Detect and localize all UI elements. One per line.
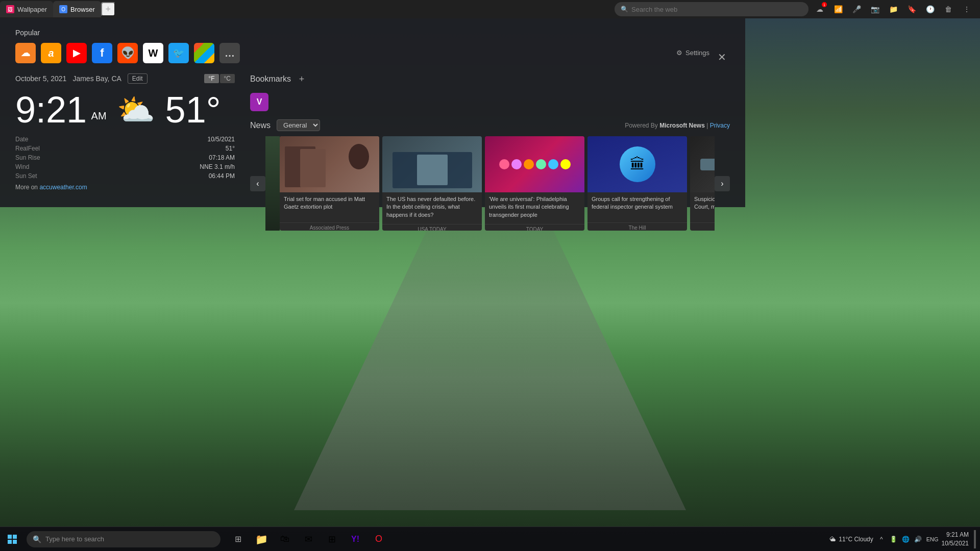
popular-facebook[interactable]: f — [92, 43, 112, 63]
new-tab-button[interactable]: + — [101, 2, 115, 16]
settings-link[interactable]: ⚙ Settings — [676, 49, 709, 57]
taskbar-date: 10/5/2021 — [942, 539, 969, 548]
tab-wallpaper[interactable]: 🖼 Wallpaper — [0, 1, 53, 17]
popular-cloudflare[interactable]: ☁ — [15, 43, 36, 63]
show-desktop-button[interactable] — [974, 530, 976, 548]
news-section: News General Powered By Microsoft News |… — [250, 119, 730, 231]
search-input[interactable] — [631, 6, 802, 13]
gear-icon: ⚙ — [676, 49, 682, 57]
tab-browser[interactable]: O Browser — [53, 1, 101, 17]
taskbar-time: 9:21 AM — [942, 531, 969, 539]
popular-youtube[interactable]: ▶ — [66, 43, 87, 63]
news-card-source-3: TODAY — [485, 224, 584, 231]
date-label: Date — [15, 136, 120, 143]
delete-action-icon[interactable]: 🗑 — [941, 2, 955, 16]
tray-volume-icon[interactable]: 🔊 — [913, 534, 923, 544]
news-card-content-4: Groups call for strengthening of federal… — [587, 192, 687, 220]
news-card-3[interactable]: 'We are universal': Philadelphia unveils… — [485, 136, 584, 231]
sunrise-label: Sun Rise — [15, 154, 120, 161]
weather-section: October 5, 2021 James Bay, CA Edit °F °C… — [0, 68, 250, 236]
taskbar-apps-grid[interactable]: ⊞ — [321, 528, 343, 550]
news-card-title-5: Suspicious vehicle near Supreme Court, m… — [694, 195, 715, 211]
taskbar-opera[interactable]: O — [368, 528, 390, 550]
signal-action-icon[interactable]: 📶 — [831, 2, 845, 16]
news-card-img-3 — [485, 136, 584, 192]
taskbar-store[interactable]: 🛍 — [274, 528, 296, 550]
bookmark-action-icon[interactable]: 🔖 — [904, 2, 919, 16]
accuweather-link[interactable]: accuweather.com — [39, 184, 87, 191]
news-cards: Trial set for man accused in Matt Gaetz … — [280, 136, 715, 231]
news-next-button[interactable]: › — [715, 176, 730, 191]
popular-twitter[interactable]: 🐦 — [168, 43, 189, 63]
tab-area: 🖼 Wallpaper O Browser + — [0, 0, 610, 18]
fahrenheit-button[interactable]: °F — [204, 74, 218, 83]
taskbar-search-icon: 🔍 — [33, 535, 41, 543]
wind-value: NNE 3.1 m/h — [130, 163, 235, 170]
ampm-value: AM — [91, 110, 107, 121]
tray-chevron-icon[interactable]: ^ — [876, 534, 887, 544]
celsius-button[interactable]: °C — [220, 74, 235, 83]
bookmarks-section: Bookmarks + — [250, 73, 730, 85]
news-card-content-2: The US has never defaulted before. In th… — [382, 192, 482, 222]
taskbar-search-bar[interactable]: 🔍 Type here to search — [27, 531, 220, 547]
more-on[interactable]: More on accuweather.com — [15, 184, 235, 191]
taskbar-right: 🌥 11°C Cloudy ^ 🔋 🌐 🔊 ENG 9:21 AM 10/5/2… — [829, 530, 980, 548]
news-card-4[interactable]: 🏛 Groups call for strengthening of feder… — [587, 136, 687, 231]
privacy-link[interactable]: Privacy — [710, 122, 730, 129]
weather-icon: 🌥 — [829, 536, 836, 543]
camera-action-icon[interactable]: 📷 — [868, 2, 882, 16]
news-card-title-4: Groups call for strengthening of federal… — [592, 195, 683, 211]
news-card-content-3: 'We are universal': Philadelphia unveils… — [485, 192, 584, 222]
taskbar-weather[interactable]: 🌥 11°C Cloudy — [829, 536, 873, 543]
taskbar-mail[interactable]: ✉ — [297, 528, 320, 550]
popular-reddit[interactable]: 👽 — [117, 43, 138, 63]
taskbar-weather-text: 11°C Cloudy — [839, 536, 873, 543]
add-bookmark-button[interactable]: + — [296, 73, 307, 85]
folder-action-icon[interactable]: 📁 — [886, 2, 900, 16]
sunrise-value: 07:18 AM — [130, 154, 235, 161]
bookmark-vivaldi[interactable]: V — [250, 93, 268, 111]
time-display: 9:21 AM — [15, 89, 107, 131]
popular-title: Popular — [15, 29, 730, 37]
popular-amazon[interactable]: a — [41, 43, 61, 63]
realfeel-value: 51° — [130, 145, 235, 152]
wind-label: Wind — [15, 163, 120, 170]
settings-label: Settings — [685, 49, 709, 57]
wallpaper-tab-icon: 🖼 — [6, 5, 14, 13]
history-action-icon[interactable]: 🕐 — [923, 2, 937, 16]
main-panel: ⚙ Settings ✕ Popular ☁ a ▶ f 👽 W 🐦 … — [0, 18, 745, 207]
cloud-action-icon[interactable]: ☁ 1 — [813, 2, 827, 16]
close-panel-button[interactable]: ✕ — [714, 49, 730, 65]
wallpaper-tab-label: Wallpaper — [17, 6, 47, 13]
weather-cloud-icon: ⛅ — [117, 92, 155, 128]
tray-battery-icon[interactable]: 🔋 — [889, 534, 899, 544]
news-card-5[interactable]: 🚓 POLICE Suspicious vehicle near Supreme… — [690, 136, 715, 231]
news-prev-button[interactable]: ‹ — [250, 176, 265, 191]
news-card-source-4: The Hill — [587, 222, 687, 231]
taskbar-yahoo[interactable]: Y! — [344, 528, 366, 550]
popular-icons-row: ☁ a ▶ f 👽 W 🐦 … — [15, 43, 730, 63]
taskbar-clock[interactable]: 9:21 AM 10/5/2021 — [942, 531, 969, 548]
news-card-title-3: 'We are universal': Philadelphia unveils… — [489, 195, 580, 219]
popular-more[interactable]: … — [219, 43, 240, 63]
news-card-2[interactable]: The US has never defaulted before. In th… — [382, 136, 482, 231]
bookmarks-title: Bookmarks — [250, 74, 291, 84]
news-card-img-2 — [382, 136, 482, 192]
taskbar-explorer[interactable]: 📁 — [250, 528, 273, 550]
bookmark-icons-row: V — [250, 93, 730, 111]
popular-wikipedia[interactable]: W — [143, 43, 163, 63]
start-button[interactable] — [0, 527, 24, 552]
edit-location-button[interactable]: Edit — [128, 73, 148, 84]
news-card-source-5: ABC News — [690, 222, 715, 231]
sunset-label: Sun Set — [15, 172, 120, 180]
url-search-bar[interactable]: 🔍 — [615, 2, 808, 16]
taskbar-task-view[interactable]: ⊞ — [227, 528, 249, 550]
news-title: News — [250, 121, 271, 130]
news-card-1[interactable]: Trial set for man accused in Matt Gaetz … — [280, 136, 379, 231]
tray-network-icon[interactable]: 🌐 — [901, 534, 911, 544]
popular-msn[interactable] — [194, 43, 214, 63]
mic-action-icon[interactable]: 🎤 — [849, 2, 864, 16]
more-action-icon[interactable]: ⋮ — [960, 2, 974, 16]
news-category-select[interactable]: General — [277, 119, 320, 131]
search-icon: 🔍 — [621, 6, 628, 13]
